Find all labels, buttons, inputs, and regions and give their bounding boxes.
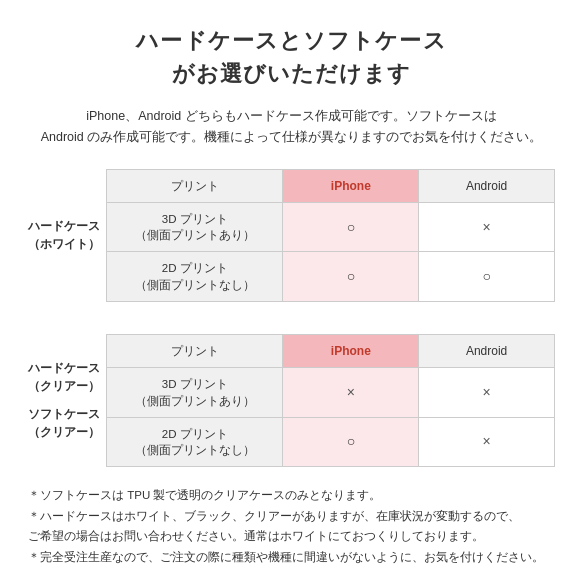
note-2: ハードケースはホワイト、ブラック、クリアーがありますが、在庫状況が変動するので、…: [28, 506, 555, 547]
table2-row1-android: ×: [419, 368, 555, 417]
table2-row1-label: 3D プリント （側面プリントあり）: [107, 368, 283, 417]
table1: プリント iPhone Android 3D プリント （側面プリントあり） ○…: [106, 169, 555, 302]
table2-row2-label: 2D プリント （側面プリントなし）: [107, 417, 283, 466]
table1-row1-android: ×: [419, 203, 555, 252]
table1-col-iphone: iPhone: [283, 169, 419, 203]
note-3: 完全受注生産なので、ご注文の際に種類や機種に間違いがないように、お気を付けくださ…: [28, 547, 555, 568]
table-row: 2D プリント （側面プリントなし） ○ ×: [107, 417, 555, 466]
table1-col-print: プリント: [107, 169, 283, 203]
table1-row-header: ハードケース （ホワイト）: [28, 169, 106, 302]
table1-row2-label-line1: 2D プリント: [162, 262, 228, 274]
table2-header1-line1: ハードケース: [28, 359, 100, 377]
table2-section: ハードケース （クリアー） ソフトケース （クリアー） プリント iPhone …: [28, 334, 555, 467]
table2: プリント iPhone Android 3D プリント （側面プリントあり） ×…: [106, 334, 555, 467]
table2-col-print: プリント: [107, 334, 283, 368]
table2-row2-label-line2: （側面プリントなし）: [135, 444, 255, 456]
table2-row-header: ハードケース （クリアー） ソフトケース （クリアー）: [28, 334, 106, 467]
table1-row1-iphone: ○: [283, 203, 419, 252]
table2-header2-line2: （クリアー）: [28, 423, 100, 441]
table-row: 3D プリント （側面プリントあり） ○ ×: [107, 203, 555, 252]
table2-header-group2: ソフトケース （クリアー）: [28, 405, 100, 441]
table2-row2-iphone: ○: [283, 417, 419, 466]
table-row: 3D プリント （側面プリントあり） × ×: [107, 368, 555, 417]
table2-header1-line2: （クリアー）: [28, 377, 100, 395]
table1-row2-iphone: ○: [283, 252, 419, 301]
table2-col-iphone: iPhone: [283, 334, 419, 368]
table2-header2-line1: ソフトケース: [28, 405, 100, 423]
title-line2: がお選びいただけます: [172, 61, 412, 86]
note-1: ソフトケースは TPU 製で透明のクリアケースのみとなります。: [28, 485, 555, 506]
page-title: ハードケースとソフトケース がお選びいただけます: [28, 24, 555, 90]
table1-col-android: Android: [419, 169, 555, 203]
table2-row1-label-line1: 3D プリント: [162, 378, 228, 390]
table1-row1-label-line2: （側面プリントあり）: [135, 229, 255, 241]
table1-row1-label: 3D プリント （側面プリントあり）: [107, 203, 283, 252]
table1-header-line2: （ホワイト）: [28, 235, 100, 253]
title-line1: ハードケースとソフトケース: [136, 28, 446, 53]
table1-row2-label: 2D プリント （側面プリントなし）: [107, 252, 283, 301]
table2-row2-android: ×: [419, 417, 555, 466]
notes-section: ソフトケースは TPU 製で透明のクリアケースのみとなります。 ハードケースはホ…: [28, 485, 555, 568]
table2-col-android: Android: [419, 334, 555, 368]
table2-row1-label-line2: （側面プリントあり）: [135, 395, 255, 407]
table1-section: ハードケース （ホワイト） プリント iPhone Android 3D プリン…: [28, 169, 555, 302]
table2-row2-label-line1: 2D プリント: [162, 428, 228, 440]
table2-header-group1: ハードケース （クリアー）: [28, 359, 100, 395]
table1-row2-android: ○: [419, 252, 555, 301]
table1-row1-label-line1: 3D プリント: [162, 213, 228, 225]
description-content: iPhone、Android どちらもハードケース作成可能です。ソフトケースは …: [41, 109, 543, 144]
table2-row1-iphone: ×: [283, 368, 419, 417]
table1-header-line1: ハードケース: [28, 217, 100, 235]
table1-row2-label-line2: （側面プリントなし）: [135, 279, 255, 291]
table-row: 2D プリント （側面プリントなし） ○ ○: [107, 252, 555, 301]
description-text: iPhone、Android どちらもハードケース作成可能です。ソフトケースは …: [28, 106, 555, 149]
